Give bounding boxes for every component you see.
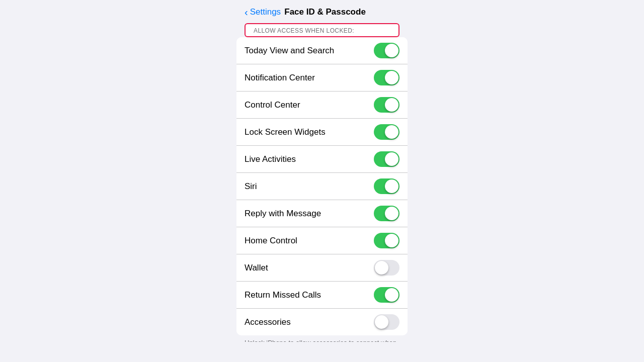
label-lock-screen-widgets: Lock Screen Widgets [245,127,326,137]
toggle-accessories[interactable] [374,314,399,330]
toggle-knob-home-control [385,234,398,247]
label-home-control: Home Control [245,236,297,246]
screen: ‹ Settings Face ID & Passcode ALLOW ACCE… [0,0,644,362]
toggle-reply-with-message[interactable] [374,206,399,221]
row-notification-center: Notification Center [236,64,408,92]
row-return-missed-calls: Return Missed Calls [236,282,408,309]
row-siri: Siri [236,173,408,200]
toggle-control-center[interactable] [374,97,399,113]
label-notification-center: Notification Center [245,73,315,83]
toggle-knob-return-missed-calls [385,288,398,302]
toggle-return-missed-calls[interactable] [374,287,399,303]
row-lock-screen-widgets: Lock Screen Widgets [236,119,408,146]
toggle-knob-wallet [375,261,388,275]
toggle-wallet[interactable] [374,260,399,276]
toggle-knob-control-center [385,98,398,112]
row-live-activities: Live Activities [236,146,408,173]
toggle-knob-siri [385,179,398,193]
row-reply-with-message: Reply with Message [236,200,408,227]
toggle-knob-lock-screen-widgets [385,125,398,139]
row-home-control: Home Control [236,227,408,254]
settings-group: Today View and SearchNotification Center… [236,37,408,335]
label-live-activities: Live Activities [245,154,296,164]
label-control-center: Control Center [245,100,300,110]
row-control-center: Control Center [236,92,408,119]
back-label[interactable]: Settings [250,7,281,17]
toggle-knob-reply-with-message [385,207,398,220]
toggle-live-activities[interactable] [374,151,399,167]
row-accessories: Accessories [236,309,408,335]
toggle-siri[interactable] [374,178,399,194]
toggle-knob-live-activities [385,152,398,166]
label-today-view: Today View and Search [245,46,334,56]
section-header: ALLOW ACCESS WHEN LOCKED: [245,23,399,37]
toggle-notification-center[interactable] [374,70,399,85]
toggle-knob-accessories [375,315,388,329]
label-siri: Siri [245,182,257,192]
label-reply-with-message: Reply with Message [245,209,321,219]
label-accessories: Accessories [245,317,291,327]
row-wallet: Wallet [236,254,408,282]
toggle-home-control[interactable] [374,233,399,248]
nav-bar: ‹ Settings Face ID & Passcode [236,0,408,21]
toggle-knob-notification-center [385,71,398,84]
label-wallet: Wallet [245,263,268,273]
row-today-view: Today View and Search [236,37,408,64]
toggle-lock-screen-widgets[interactable] [374,124,399,140]
back-button[interactable]: ‹ Settings [245,7,281,17]
toggle-knob-today-view [385,44,398,57]
toggle-today-view[interactable] [374,43,399,58]
label-return-missed-calls: Return Missed Calls [245,290,321,300]
accessories-footer: Unlock iPhone to allow accessories to co… [236,335,408,342]
page-title: Face ID & Passcode [281,7,369,17]
content-wrapper: ‹ Settings Face ID & Passcode ALLOW ACCE… [236,0,408,342]
back-chevron-icon: ‹ [245,7,248,17]
